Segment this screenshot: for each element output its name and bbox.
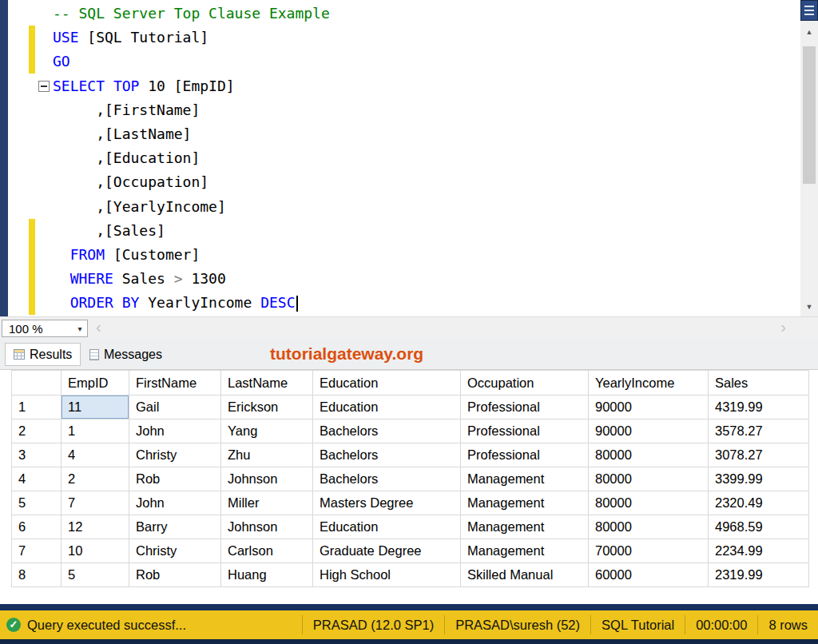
code-line[interactable]: ,[Education]	[53, 146, 800, 170]
grid-cell[interactable]: Management	[461, 515, 589, 539]
grid-cell[interactable]: Professional	[461, 396, 589, 419]
grid-cell[interactable]: Skilled Manual	[461, 563, 589, 587]
grid-cell[interactable]: 2319.99	[709, 563, 809, 587]
grid-cell[interactable]: Management	[461, 491, 589, 515]
grid-cell[interactable]: Graduate Degree	[313, 539, 461, 563]
grid-cell[interactable]: High School	[313, 563, 461, 587]
grid-cell[interactable]: 3399.99	[709, 467, 809, 491]
grid-cell[interactable]: John	[129, 419, 221, 443]
grid-cell[interactable]: 80000	[589, 491, 709, 515]
grid-cell[interactable]: 4	[62, 443, 129, 467]
grid-cell[interactable]: Professional	[461, 443, 589, 467]
column-header[interactable]: YearlyIncome	[589, 371, 709, 396]
grid-cell[interactable]: 5	[62, 563, 129, 587]
grid-cell[interactable]: 70000	[589, 539, 709, 563]
grid-cell[interactable]: 1	[62, 419, 129, 443]
code-line[interactable]: ORDER BY YearlyIncome DESC	[53, 291, 800, 315]
column-header[interactable]: Occupation	[461, 371, 589, 396]
code-line[interactable]: -- SQL Server Top Clause Example	[53, 2, 800, 26]
grid-cell[interactable]: 80000	[589, 443, 709, 467]
grid-cell[interactable]: 2320.49	[709, 491, 809, 515]
sql-editor-pane[interactable]: -- SQL Server Top Clause ExampleUSE [SQL…	[0, 0, 818, 316]
row-number[interactable]: 6	[12, 515, 62, 539]
scroll-down-icon[interactable]: ▼	[800, 299, 818, 315]
code-line[interactable]: ,[LastName]	[53, 122, 800, 146]
grid-cell[interactable]: Education	[313, 396, 461, 419]
code-line[interactable]: ,[Sales]	[53, 219, 800, 243]
grid-cell[interactable]: Christy	[129, 539, 221, 563]
grid-cell[interactable]: Gail	[129, 396, 221, 419]
grid-cell[interactable]: Miller	[221, 491, 313, 515]
grid-cell[interactable]: 4319.99	[709, 396, 809, 419]
column-header[interactable]: EmpID	[62, 371, 129, 396]
grid-cell[interactable]: 2234.99	[709, 539, 809, 563]
grid-cell[interactable]: Professional	[461, 419, 589, 443]
row-number[interactable]: 3	[12, 443, 62, 467]
column-header[interactable]: LastName	[221, 371, 313, 396]
row-number[interactable]: 5	[12, 491, 62, 515]
grid-cell[interactable]: 2	[62, 467, 129, 491]
grid-cell[interactable]: Rob	[129, 467, 221, 491]
grid-cell[interactable]: Zhu	[221, 443, 313, 467]
code-line[interactable]: SELECT TOP 10 [EmpID]	[53, 74, 800, 98]
grid-cell[interactable]: Management	[461, 539, 589, 563]
grid-cell[interactable]: 11	[62, 396, 129, 419]
grid-cell[interactable]: Masters Degree	[313, 491, 461, 515]
grid-cell[interactable]: 10	[62, 539, 129, 563]
code-line[interactable]: GO	[53, 50, 800, 74]
editor-margin	[8, 0, 53, 316]
grid-cell[interactable]: Johnson	[221, 515, 313, 539]
column-header[interactable]	[12, 371, 62, 396]
row-number[interactable]: 7	[12, 539, 62, 563]
grid-cell[interactable]: 12	[62, 515, 129, 539]
splitter-handle-icon[interactable]	[800, 0, 818, 21]
zoom-level-select[interactable]: 100 % ▾	[2, 320, 88, 337]
tab-messages[interactable]: Messages	[81, 343, 170, 366]
grid-cell[interactable]: Bachelors	[313, 419, 461, 443]
code-line[interactable]: USE [SQL Tutorial]	[53, 26, 800, 50]
scroll-right-icon[interactable]: ›	[780, 318, 786, 336]
code-lines[interactable]: -- SQL Server Top Clause ExampleUSE [SQL…	[53, 2, 800, 315]
column-header[interactable]: Sales	[709, 371, 809, 396]
row-number[interactable]: 4	[12, 467, 62, 491]
code-line[interactable]: ,[YearlyIncome]	[53, 195, 800, 219]
code-line[interactable]: ,[FirstName]	[53, 98, 800, 122]
grid-cell[interactable]: Carlson	[221, 539, 313, 563]
grid-cell[interactable]: Huang	[221, 563, 313, 587]
grid-cell[interactable]: John	[129, 491, 221, 515]
code-line[interactable]: WHERE Sales > 1300	[53, 267, 800, 291]
grid-cell[interactable]: Johnson	[221, 467, 313, 491]
grid-cell[interactable]: 80000	[589, 515, 709, 539]
grid-cell[interactable]: 3078.27	[709, 443, 809, 467]
grid-cell[interactable]: Erickson	[221, 396, 313, 419]
grid-cell[interactable]: 60000	[589, 563, 709, 587]
row-number[interactable]: 8	[12, 563, 62, 587]
column-header[interactable]: Education	[313, 371, 461, 396]
grid-cell[interactable]: Rob	[129, 563, 221, 587]
grid-cell[interactable]: 3578.27	[709, 419, 809, 443]
row-number[interactable]: 2	[12, 419, 62, 443]
column-header[interactable]: FirstName	[129, 371, 221, 396]
grid-cell[interactable]: Barry	[129, 515, 221, 539]
grid-cell[interactable]: Bachelors	[313, 443, 461, 467]
code-line[interactable]: FROM [Customer]	[53, 243, 800, 267]
grid-cell[interactable]: 4968.59	[709, 515, 809, 539]
grid-cell[interactable]: Yang	[221, 419, 313, 443]
collapse-region-toggle-icon[interactable]	[38, 81, 50, 92]
scroll-up-icon[interactable]: ▲	[800, 24, 818, 40]
row-number[interactable]: 1	[12, 396, 62, 419]
grid-cell[interactable]: Christy	[129, 443, 221, 467]
vertical-scrollbar[interactable]: ▲ ▼	[800, 0, 818, 316]
scroll-left-icon[interactable]: ‹	[96, 318, 101, 336]
grid-cell[interactable]: 90000	[589, 419, 709, 443]
grid-cell[interactable]: Education	[313, 515, 461, 539]
scrollbar-thumb[interactable]	[803, 46, 816, 184]
grid-cell[interactable]: Bachelors	[313, 467, 461, 491]
tab-results[interactable]: Results	[5, 343, 81, 366]
code-token-plain: [SQL Tutorial]	[79, 29, 209, 46]
grid-cell[interactable]: 7	[62, 491, 129, 515]
grid-cell[interactable]: Management	[461, 467, 589, 491]
code-line[interactable]: ,[Occupation]	[53, 170, 800, 194]
grid-cell[interactable]: 90000	[589, 396, 709, 419]
grid-cell[interactable]: 80000	[589, 467, 709, 491]
